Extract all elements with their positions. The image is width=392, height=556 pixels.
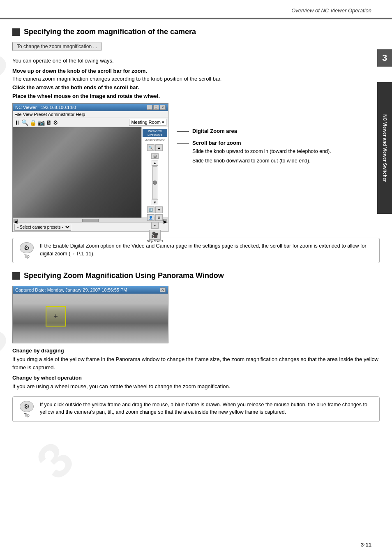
pano-title-text: Captured Date: Monday, January 29, 2007 …	[15, 287, 127, 292]
zoom-up-btn[interactable]: ▲	[152, 160, 158, 166]
tip-icon-circle-1: ⚙	[20, 242, 34, 253]
close-btn[interactable]: ✕	[160, 105, 166, 110]
pano-content: +	[13, 294, 168, 343]
change-by-drag-heading: Change by dragging	[12, 348, 380, 354]
nc-video	[13, 127, 141, 218]
maximize-btn[interactable]: □	[153, 105, 159, 110]
section2-heading: Specifying Zoom Magnification Using Pano…	[12, 271, 380, 280]
stop-icon: 🎥	[149, 230, 161, 240]
tip-box-1: ⚙ Tip If the Enable Digital Zoom option …	[12, 238, 380, 263]
minimize-btn[interactable]: _	[147, 105, 152, 110]
page-number: 3-11	[361, 542, 371, 548]
callout-digital-zoom: Digital Zoom area	[177, 128, 380, 134]
scroll-zoom-title: Scroll bar for zoom	[192, 140, 241, 146]
scroll-zoom-text1: Slide the knob upward to zoom in (toward…	[192, 148, 331, 155]
webview-label: WebViewLivescope	[143, 129, 167, 137]
zoom-scroll-container: ▲ ▼	[143, 160, 167, 205]
toolbar-dropdown[interactable]: Meeting Room ▾	[129, 119, 166, 126]
zoom-icon-2: ▲	[155, 144, 163, 151]
section1-heading: Specifying the zoom magnification of the…	[12, 28, 380, 36]
chapter-number-box: 3	[377, 49, 392, 67]
panel-icon-a: 🔢	[147, 206, 154, 213]
tip-label-2: Tip	[24, 413, 30, 417]
nc-viewer-screenshot: NC Viewer - 192.168.100.1:80 _ □ ✕ File …	[12, 103, 168, 232]
screenshot-row: NC Viewer - 192.168.100.1:80 _ □ ✕ File …	[12, 103, 380, 232]
panel-icon-b: ▾	[155, 206, 163, 213]
section2-heading-square	[12, 272, 20, 280]
nc-video-inner	[13, 127, 141, 218]
nc-toolbar: ⏸ 🔍 🔒 📷 🖥 ⚙ Meeting Room ▾	[13, 118, 168, 127]
intro-text: You can operate one of the following way…	[12, 58, 380, 64]
panorama-window: Captured Date: Monday, January 29, 2007 …	[12, 286, 168, 343]
chapter-tab: NC Viewer and Viewer Switcher	[377, 82, 392, 214]
h-scroll-thumb[interactable]	[82, 219, 99, 222]
pano-close-btn[interactable]: ✕	[160, 287, 166, 292]
toolbar-icons: ⏸ 🔍 🔒 📷 🖥 ⚙	[14, 119, 58, 126]
change-by-drag-text: If you drag a side of the yellow frame i…	[12, 355, 380, 371]
panel-icon-d: ⊞	[155, 214, 163, 221]
zoom-scrollbar	[152, 166, 157, 199]
callout-digital-zoom-content: Digital Zoom area	[192, 128, 237, 134]
bottom-icon-row-2: 👤 ⊞	[147, 214, 163, 221]
section1-heading-text: Specifying the zoom magnification of the…	[24, 28, 196, 36]
nc-preset-select[interactable]: - Select camera presets -	[14, 224, 71, 231]
callout-dash-2	[177, 143, 189, 144]
chapter-number: 3	[382, 53, 387, 63]
procedure-label: To change the zoom magnification ...	[17, 44, 97, 49]
step1-desc: The camera zoom magnification changes ac…	[12, 76, 380, 82]
webview-label-text: WebViewLivescope	[148, 129, 162, 137]
bottom-icon-row-3: ▾	[151, 222, 159, 229]
pano-title-bar: Captured Date: Monday, January 29, 2007 …	[13, 286, 168, 294]
header-title: Overview of NC Viewer Operation	[291, 7, 371, 14]
digital-zoom-thumb: ⊞	[151, 153, 159, 159]
tip-text-2: If you click outside the yellow frame an…	[40, 401, 374, 417]
h-scroll-left[interactable]: ◀	[14, 219, 18, 222]
nc-menu-bar: File View Preset Administrator Help	[13, 111, 168, 118]
callout-scroll-zoom: Scroll bar for zoom Slide the knob upwar…	[177, 140, 380, 165]
panel-bottom-icons: 🔢 ▾ 👤 ⊞ ▾ 🎥	[143, 206, 167, 243]
tip-icon-circle-2: ⚙	[20, 401, 34, 412]
toolbar-icon-5: ⚙	[53, 119, 58, 126]
digital-zoom-title: Digital Zoom area	[192, 128, 237, 134]
stop-control-area: 🎥 Stop Control	[147, 230, 163, 243]
step3-bold: Place the wheel mouse on the image and r…	[12, 93, 380, 99]
chapter-tab-text: NC Viewer and Viewer Switcher	[381, 114, 387, 182]
stop-label: Stop Control	[147, 240, 163, 243]
toolbar-icon-3: 📷	[38, 119, 45, 126]
pano-selection-box: +	[46, 306, 66, 327]
pano-plus-icon: +	[54, 313, 58, 320]
tip-box-2: ⚙ Tip If you click outside the yellow fr…	[12, 396, 380, 422]
tip-label-1: Tip	[24, 254, 30, 259]
toolbar-icon-2: 🔒	[30, 119, 37, 126]
nc-right-panel: WebViewLivescope Administrator 🔍 ▲ ⊞	[141, 127, 168, 218]
change-by-wheel-heading: Change by wheel operation	[12, 375, 380, 381]
zoom-icon-1: 🔍	[147, 144, 154, 151]
digital-zoom-icons: 🔍 ▲	[147, 144, 163, 151]
callout-dash-1	[177, 131, 189, 132]
nc-window-controls: _ □ ✕	[147, 105, 166, 110]
procedure-box: To change the zoom magnification ...	[12, 42, 101, 51]
callout-area: Digital Zoom area Scroll bar for zoom Sl…	[177, 103, 380, 232]
zoom-down-btn[interactable]: ▼	[152, 199, 158, 205]
bottom-icon-row: 🔢 ▾	[147, 206, 163, 213]
admin-label: Administrator	[145, 138, 164, 142]
tip-text-1: If the Enable Digital Zoom option on the…	[40, 242, 374, 259]
toolbar-icon-pause: ⏸	[14, 119, 20, 126]
step1-bold: Move up or down the knob of the scroll b…	[12, 68, 380, 74]
header-divider	[0, 19, 392, 19]
nc-menu-text: File View Preset Administrator Help	[14, 112, 85, 117]
page-header: Overview of NC Viewer Operation	[0, 0, 392, 19]
nc-title-text: NC Viewer - 192.168.100.1:80	[15, 105, 76, 110]
toolbar-dropdown-text: Meeting Room	[131, 120, 161, 125]
tip-icon-2: ⚙ Tip	[18, 401, 35, 417]
nc-title-bar: NC Viewer - 192.168.100.1:80 _ □ ✕	[13, 104, 168, 111]
step2-bold: Click the arrows at the both ends of the…	[12, 84, 380, 90]
toolbar-icon-1: 🔍	[21, 119, 28, 126]
section-heading-square	[12, 28, 20, 36]
callout-scroll-zoom-content: Scroll bar for zoom Slide the knob upwar…	[192, 140, 331, 165]
panel-icon-c: 👤	[147, 214, 154, 221]
zoom-scroll-thumb[interactable]	[153, 181, 157, 185]
toolbar-icon-4: 🖥	[46, 119, 52, 126]
scroll-zoom-text2: Slide the knob downward to zoom out (to …	[192, 157, 331, 165]
panel-icon-e: ▾	[151, 222, 159, 229]
